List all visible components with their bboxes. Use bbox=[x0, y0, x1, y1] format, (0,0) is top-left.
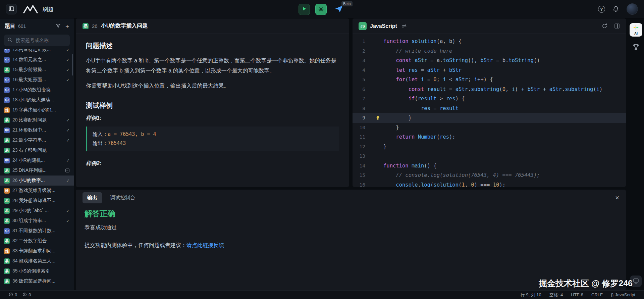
sample-output-label: 输出： bbox=[93, 140, 108, 146]
switch-language-icon[interactable] bbox=[402, 24, 407, 29]
filter-icon[interactable] bbox=[56, 23, 61, 29]
problem-item-label: 36饭馆菜品选择问... bbox=[12, 278, 70, 284]
sidebar-item-25[interactable]: 易25DNA序列编... bbox=[0, 165, 74, 176]
sidebar-toggle-button[interactable] bbox=[6, 4, 17, 14]
sidebar-item-22[interactable]: 易22最少字符串...✓ bbox=[0, 135, 74, 145]
sidebar-item-33[interactable]: 难33卡牌翻面求和问... bbox=[0, 246, 74, 256]
tab-debug-console[interactable]: 调试控制台 bbox=[105, 192, 140, 203]
search-input[interactable] bbox=[15, 37, 66, 43]
sidebar-item-24[interactable]: 中24小R的随机...✓ bbox=[0, 155, 74, 165]
sidebar-item-28[interactable]: 易28我好想逃却逃不... bbox=[0, 196, 74, 206]
check-icon: ✓ bbox=[66, 208, 70, 213]
reset-code-icon[interactable] bbox=[602, 23, 607, 29]
device-preview-button[interactable] bbox=[630, 276, 642, 287]
code-line-13[interactable]: 13 bbox=[353, 151, 626, 161]
problem-item-label: 34游戏排名第三大... bbox=[12, 258, 70, 264]
sample1-block: 输入：a = 76543, b = 4 输出：765443 bbox=[86, 127, 339, 151]
code-line-14[interactable]: 14function main() { bbox=[353, 161, 626, 171]
code-line-15[interactable]: 15 // console.log(solution(76543, 4) ===… bbox=[353, 170, 626, 180]
error-counter[interactable]: 0 bbox=[9, 292, 17, 298]
problem-panel-header: 易 26 小U的数字插入问题 bbox=[76, 18, 349, 34]
language-mode[interactable]: {} JavaScript bbox=[611, 292, 635, 297]
code-line-6[interactable]: 6 const result = aStr.substring(0, i) + … bbox=[353, 85, 626, 94]
layout-icon[interactable] bbox=[614, 23, 620, 29]
code-text: for(let i = 0; i < aStr; i++) { bbox=[383, 77, 493, 83]
check-icon: ✓ bbox=[66, 218, 70, 223]
code-editor[interactable]: 1function solution(a, b) {2 // write cod… bbox=[353, 34, 626, 187]
trophy-icon[interactable] bbox=[632, 43, 640, 51]
problem-item-label: 18小U的最大连续... bbox=[12, 97, 70, 103]
debug-run-button[interactable] bbox=[315, 4, 327, 15]
encoding[interactable]: UTF-8 bbox=[571, 292, 583, 297]
problem-item-label: 21环形数组中... bbox=[12, 127, 63, 133]
sidebar-item-36[interactable]: 易36饭馆菜品选择问... bbox=[0, 276, 74, 286]
sidebar-item-16[interactable]: 中16最大矩形面...✓ bbox=[0, 75, 74, 85]
sidebar-item-21[interactable]: 中21环形数组中...✓ bbox=[0, 125, 74, 135]
code-line-7[interactable]: 7 if(result > res) { bbox=[353, 94, 626, 104]
sidebar-item-23[interactable]: 易23石子移动问题 bbox=[0, 145, 74, 155]
ai-assistant-button[interactable]: AI bbox=[630, 23, 642, 37]
code-line-9[interactable]: 9 } bbox=[353, 113, 626, 123]
line-number: 3 bbox=[353, 58, 372, 63]
sample1-label: 样例1: bbox=[86, 115, 339, 122]
search-box[interactable] bbox=[4, 35, 70, 46]
error-icon bbox=[9, 292, 13, 298]
code-line-2[interactable]: 2 // write code here bbox=[353, 46, 626, 56]
run-button[interactable] bbox=[299, 4, 310, 15]
sidebar-item-20[interactable]: 易20比赛配对问题✓ bbox=[0, 115, 74, 125]
code-text: function main() { bbox=[383, 163, 437, 169]
sidebar-item-14[interactable]: 中14数组元素之...✓ bbox=[0, 55, 74, 65]
problem-item-label: 32二分数字组合 bbox=[12, 238, 70, 244]
sidebar-item-17[interactable]: 中17小M的数组变换 bbox=[0, 85, 74, 95]
scrollbar-thumb[interactable] bbox=[72, 54, 73, 76]
eol-setting[interactable]: CRLF bbox=[591, 292, 603, 297]
difficulty-badge: 易 bbox=[4, 238, 10, 244]
code-line-16[interactable]: 16 console.log(solution(1, 0) === 10); bbox=[353, 180, 626, 187]
code-line-11[interactable]: 11 return Number(res); bbox=[353, 132, 626, 142]
submit-button[interactable]: Beta bbox=[332, 3, 345, 16]
difficulty-badge: 中 bbox=[4, 77, 10, 83]
sidebar-item-27[interactable]: 难27游戏英雄升级潜... bbox=[0, 186, 74, 196]
code-line-10[interactable]: 10 } bbox=[353, 123, 626, 133]
sidebar-item-30[interactable]: 易30组成字符串...✓ bbox=[0, 216, 74, 226]
description-paragraph-2: 你需要帮助小U找到这个插入位置，输出插入后的最大结果。 bbox=[86, 81, 339, 91]
problem-panel: 易 26 小U的数字插入问题 问题描述 小U手中有两个数字 a 和 b。第一个数… bbox=[76, 18, 349, 187]
right-rail: AI bbox=[628, 18, 644, 290]
sidebar-item-31[interactable]: 中31不同整数的计数... bbox=[0, 226, 74, 236]
sidebar-item-18[interactable]: 中18小U的最大连续... bbox=[0, 95, 74, 105]
sidebar-item-13[interactable]: 中13构造特定正数...✓ bbox=[0, 49, 74, 55]
warning-counter[interactable]: 0 bbox=[22, 292, 31, 298]
cursor-position[interactable]: 行 9, 列 10 bbox=[521, 292, 541, 298]
user-avatar[interactable] bbox=[627, 3, 638, 15]
sidebar-item-19[interactable]: 难19字典序最小的01... bbox=[0, 105, 74, 115]
problem-item-label: 30组成字符串... bbox=[12, 218, 63, 224]
help-button[interactable]: ? bbox=[598, 6, 605, 13]
add-problem-icon[interactable]: + bbox=[65, 23, 69, 30]
notifications-button[interactable] bbox=[612, 5, 619, 13]
sample-input-line: 输入：a = 76543, b = 4 bbox=[93, 130, 334, 139]
sidebar-item-29[interactable]: 易29小D的 `abc` ...✓ bbox=[0, 206, 74, 216]
sidebar-item-32[interactable]: 易32二分数字组合 bbox=[0, 236, 74, 246]
code-line-4[interactable]: 4 let res = aStr + bStr bbox=[353, 65, 626, 75]
code-text: res = result bbox=[383, 105, 459, 111]
problem-item-label: 19字典序最小的01... bbox=[12, 107, 70, 113]
problem-item-label: 13构造特定正数... bbox=[12, 49, 63, 53]
lightbulb-icon[interactable] bbox=[372, 115, 383, 120]
close-icon[interactable]: × bbox=[615, 194, 619, 201]
code-line-3[interactable]: 3 const aStr = a.toString(), bStr = b.to… bbox=[353, 56, 626, 65]
tab-output[interactable]: 输出 bbox=[83, 192, 102, 203]
line-number: 16 bbox=[353, 182, 372, 187]
sidebar-item-35[interactable]: 易35小S的倒排索引 bbox=[0, 266, 74, 276]
line-number: 8 bbox=[353, 106, 372, 111]
code-line-8[interactable]: 8 res = result bbox=[353, 104, 626, 113]
sidebar-item-26[interactable]: 易26小U的数字...✓ bbox=[0, 176, 74, 186]
code-line-12[interactable]: 12} bbox=[353, 142, 626, 152]
indent-setting[interactable]: 空格: 4 bbox=[549, 292, 563, 298]
feedback-link[interactable]: 请点此链接反馈 bbox=[186, 242, 224, 248]
code-line-1[interactable]: 1function solution(a, b) { bbox=[353, 37, 626, 46]
code-line-5[interactable]: 5 for(let i = 0; i < aStr; i++) { bbox=[353, 75, 626, 85]
sidebar-item-15[interactable]: 易15最少前缀操...✓ bbox=[0, 65, 74, 75]
ai-label: AI bbox=[634, 32, 638, 35]
line-number: 2 bbox=[353, 48, 372, 54]
sidebar-item-34[interactable]: 易34游戏排名第三大... bbox=[0, 256, 74, 266]
